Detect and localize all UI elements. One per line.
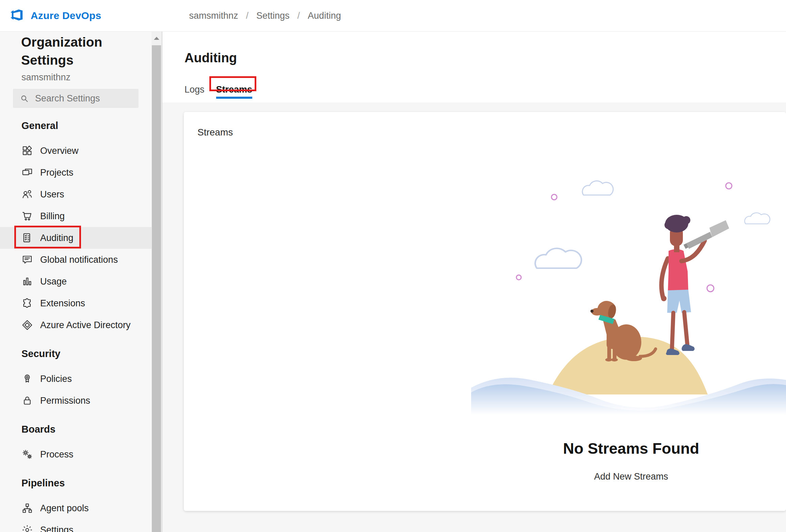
agent-pools-icon (21, 502, 33, 514)
sidebar-item-label: Process (40, 449, 74, 460)
sidebar-item-agent-pools[interactable]: Agent pools (0, 497, 151, 519)
sidebar-section-general: General (0, 115, 151, 136)
extensions-icon (21, 297, 33, 309)
brand[interactable]: Azure DevOps (0, 7, 101, 24)
sidebar-item-users[interactable]: Users (0, 183, 151, 205)
sidebar-item-permissions[interactable]: Permissions (0, 390, 151, 412)
permissions-icon (21, 395, 33, 406)
sidebar-item-label: Extensions (40, 298, 85, 309)
sidebar-item-billing[interactable]: Billing (0, 205, 151, 227)
sidebar-item-label: Projects (40, 167, 74, 178)
main-content: Auditing Logs Streams Streams (162, 32, 786, 532)
tab-bar: Logs Streams (185, 83, 786, 96)
settings-sidebar: Organization Settings samsmithnz General… (0, 32, 151, 532)
page: Azure DevOps samsmithnz / Settings / Aud… (0, 0, 786, 532)
sidebar-item-extensions[interactable]: Extensions (0, 292, 151, 314)
sidebar-item-label: Settings (40, 525, 74, 532)
search-settings-box[interactable] (13, 89, 139, 108)
sidebar-scrollbar[interactable] (151, 32, 162, 532)
streams-card: Streams (184, 112, 786, 511)
policies-icon (21, 373, 33, 385)
sidebar-item-label: Permissions (40, 396, 90, 406)
breadcrumb-separator: / (246, 11, 249, 21)
sidebar-item-label: Global notifications (40, 255, 118, 265)
settings-icon (21, 524, 33, 532)
breadcrumb-separator: / (298, 11, 300, 21)
sidebar-nav: GeneralOverviewProjectsUsersBillingAudit… (0, 115, 151, 532)
sidebar-item-label: Policies (40, 374, 72, 384)
tab-logs[interactable]: Logs (185, 83, 205, 96)
card-title: Streams (197, 127, 233, 138)
sidebar-item-global-notifications[interactable]: Global notifications (0, 249, 151, 271)
sidebar-title: Organization Settings (21, 33, 151, 69)
search-input[interactable] (34, 93, 139, 104)
sidebar-item-label: Auditing (40, 233, 74, 243)
sidebar-section-pipelines: Pipelines (0, 472, 151, 494)
sidebar-item-label: Overview (40, 146, 79, 156)
overview-icon (21, 145, 33, 157)
scrollbar-thumb[interactable] (152, 45, 161, 532)
sidebar-item-auditing[interactable]: Auditing (0, 227, 151, 249)
breadcrumb: samsmithnz / Settings / Auditing (189, 11, 341, 21)
sidebar-item-label: Azure Active Directory (40, 320, 131, 331)
sidebar-item-policies[interactable]: Policies (0, 368, 151, 390)
azure-devops-logo-icon (10, 7, 25, 24)
tab-streams[interactable]: Streams (216, 83, 253, 96)
scroll-up-arrow-icon[interactable] (151, 32, 162, 45)
add-new-streams-link[interactable]: Add New Streams (594, 471, 668, 482)
billing-icon (21, 210, 33, 222)
person-with-telescope-and-dog-on-island-illustration (471, 177, 786, 415)
usage-icon (21, 276, 33, 287)
breadcrumb-auditing[interactable]: Auditing (308, 11, 341, 21)
users-icon (21, 189, 33, 200)
projects-icon (21, 167, 33, 178)
auditing-icon (21, 232, 33, 244)
top-bar: Azure DevOps samsmithnz / Settings / Aud… (0, 0, 786, 32)
sidebar-section-security: Security (0, 343, 151, 365)
azure-active-directory-icon (21, 319, 33, 331)
sidebar-item-overview[interactable]: Overview (0, 140, 151, 162)
brand-name: Azure DevOps (31, 10, 101, 21)
main-header: Auditing Logs Streams (162, 32, 786, 102)
sidebar-item-label: Agent pools (40, 503, 89, 514)
content-area: Streams (162, 102, 786, 532)
sidebar-item-azure-active-directory[interactable]: Azure Active Directory (0, 314, 151, 336)
process-icon (21, 449, 33, 460)
sidebar-item-label: Users (40, 189, 64, 200)
sidebar-item-label: Billing (40, 211, 65, 222)
organization-name: samsmithnz (21, 72, 151, 83)
global-notifications-icon (21, 254, 33, 265)
sidebar-item-label: Usage (40, 276, 67, 287)
sidebar-item-settings[interactable]: Settings (0, 519, 151, 532)
breadcrumb-settings[interactable]: Settings (256, 11, 290, 21)
breadcrumb-org[interactable]: samsmithnz (189, 11, 238, 21)
empty-state: No Streams Found Add New Streams (471, 177, 786, 482)
sidebar-item-usage[interactable]: Usage (0, 271, 151, 292)
page-title: Auditing (185, 49, 786, 67)
sidebar-item-projects[interactable]: Projects (0, 162, 151, 183)
sidebar-section-boards: Boards (0, 418, 151, 440)
empty-state-title: No Streams Found (471, 438, 786, 459)
sidebar-item-process[interactable]: Process (0, 444, 151, 465)
search-icon (20, 94, 29, 103)
